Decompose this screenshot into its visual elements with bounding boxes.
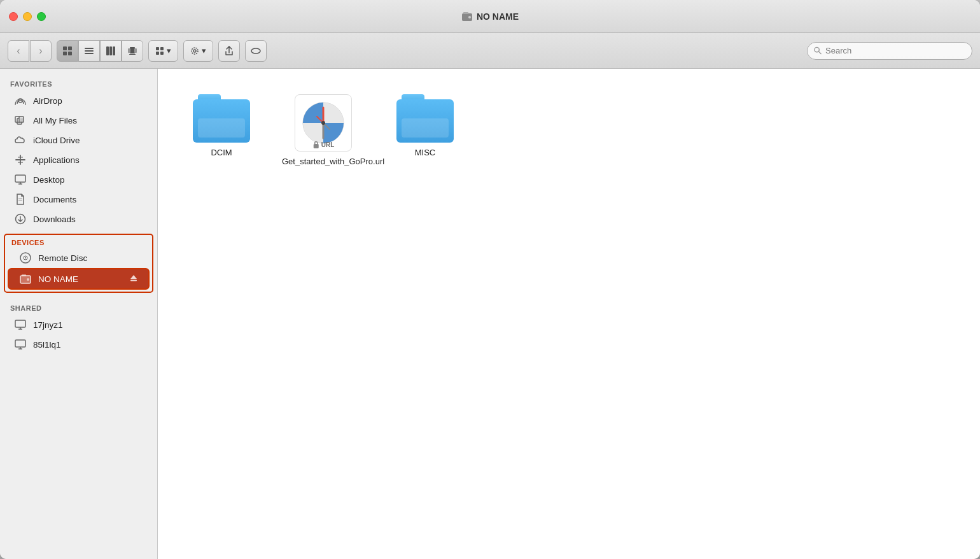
85l1lq1-label: 85l1lq1 — [33, 340, 61, 350]
sidebar-item-remote-disc[interactable]: Remote Disc — [9, 248, 148, 267]
search-input[interactable] — [825, 46, 965, 55]
icon-view-button[interactable] — [57, 40, 78, 62]
minimize-button[interactable] — [23, 12, 32, 21]
documents-icon — [14, 193, 27, 206]
svg-point-2 — [468, 16, 471, 18]
icloud-icon — [14, 134, 27, 146]
eject-button[interactable] — [129, 274, 138, 285]
svg-point-21 — [193, 50, 196, 52]
window-title-text: NO NAME — [477, 11, 519, 22]
svg-rect-7 — [85, 48, 94, 49]
applications-icon — [14, 153, 27, 166]
file-item-misc[interactable]: MISC — [381, 88, 470, 174]
svg-rect-17 — [156, 47, 159, 50]
svg-rect-32 — [15, 175, 25, 182]
remote-disc-icon — [19, 251, 32, 264]
column-view-button[interactable] — [100, 40, 122, 62]
traffic-lights — [9, 12, 46, 21]
downloads-label: Downloads — [33, 215, 76, 224]
svg-rect-49 — [15, 340, 25, 347]
lock-icon — [312, 141, 320, 148]
sidebar-item-documents[interactable]: Documents — [4, 190, 153, 209]
window-title: NO NAME — [461, 11, 519, 22]
svg-rect-19 — [156, 52, 159, 55]
svg-rect-1 — [463, 12, 468, 14]
list-view-button[interactable] — [78, 40, 100, 62]
group-dropdown[interactable]: ▾ — [148, 40, 178, 62]
view-buttons — [57, 40, 143, 62]
no-name-label: NO NAME — [38, 274, 78, 284]
share-button[interactable] — [218, 40, 240, 62]
forward-icon: › — [39, 45, 42, 57]
safari-compass-icon — [302, 101, 345, 145]
svg-rect-14 — [128, 48, 130, 53]
back-button[interactable]: ‹ — [8, 40, 29, 62]
svg-rect-9 — [85, 53, 94, 54]
folder-misc-icon — [396, 94, 454, 143]
nav-buttons: ‹ › — [8, 40, 52, 62]
all-files-icon — [14, 114, 27, 127]
icloud-label: iCloud Drive — [33, 136, 80, 145]
airdrop-label: AirDrop — [33, 96, 62, 106]
sidebar-item-desktop[interactable]: Desktop — [4, 170, 153, 189]
content-area: DCIM — [158, 69, 980, 559]
monitor-17jnyz1-icon — [14, 318, 27, 331]
17jnyz1-label: 17jnyz1 — [33, 320, 63, 330]
coverflow-view-button[interactable] — [122, 40, 143, 62]
sidebar-item-all-my-files[interactable]: All My Files — [4, 111, 153, 130]
svg-point-40 — [25, 257, 26, 258]
svg-rect-42 — [22, 274, 26, 276]
list-icon — [84, 46, 94, 56]
sidebar-item-17jnyz1[interactable]: 17jnyz1 — [4, 315, 153, 334]
svg-rect-11 — [109, 46, 112, 55]
devices-header: Devices — [5, 236, 152, 248]
file-item-dcim[interactable]: DCIM — [177, 88, 266, 174]
desktop-label: Desktop — [33, 175, 65, 185]
folder-dcim-icon — [193, 94, 250, 143]
svg-point-22 — [192, 48, 198, 54]
shared-header: Shared — [0, 298, 157, 315]
chevron-down-icon: ▾ — [167, 46, 171, 55]
devices-section: Devices Remote Disc — [4, 234, 153, 293]
search-icon — [814, 46, 822, 55]
file-item-get-started[interactable]: URL Get_started_with_GoPro.url — [279, 88, 368, 174]
back-icon: ‹ — [17, 45, 20, 57]
main-content: Favorites AirDrop — [0, 69, 980, 559]
sidebar-item-icloud[interactable]: iCloud Drive — [4, 131, 153, 150]
gear-chevron-icon: ▾ — [202, 46, 206, 55]
close-button[interactable] — [9, 12, 18, 21]
svg-point-23 — [251, 48, 260, 53]
search-box[interactable] — [807, 42, 972, 60]
tag-button[interactable] — [245, 40, 267, 62]
sidebar: Favorites AirDrop — [0, 69, 158, 559]
url-file-icon: URL — [295, 94, 352, 152]
sidebar-item-applications[interactable]: Applications — [4, 150, 153, 169]
sidebar-item-85l1lq1[interactable]: 85l1lq1 — [4, 335, 153, 354]
svg-rect-16 — [129, 54, 136, 55]
sidebar-item-airdrop[interactable]: AirDrop — [4, 91, 153, 110]
all-my-files-label: All My Files — [33, 116, 77, 125]
maximize-button[interactable] — [37, 12, 46, 21]
svg-rect-3 — [63, 46, 67, 50]
svg-rect-15 — [134, 48, 137, 53]
tag-icon — [250, 45, 262, 57]
svg-rect-12 — [113, 46, 115, 55]
svg-rect-45 — [130, 280, 137, 281]
column-icon — [106, 46, 116, 56]
sidebar-item-no-name[interactable]: NO NAME — [8, 268, 150, 290]
url-text: URL — [321, 141, 335, 148]
forward-button[interactable]: › — [30, 40, 52, 62]
sidebar-item-downloads[interactable]: Downloads — [4, 209, 153, 229]
finder-window: NO NAME ‹ › — [0, 0, 980, 559]
url-badge: URL — [312, 141, 335, 148]
svg-point-58 — [321, 121, 325, 125]
downloads-icon — [14, 213, 27, 225]
svg-rect-6 — [68, 52, 72, 55]
drive-title-icon — [461, 11, 473, 22]
gear-icon — [190, 46, 199, 55]
svg-rect-8 — [85, 50, 94, 52]
arrange-dropdown[interactable]: ▾ — [183, 40, 213, 62]
favorites-header: Favorites — [0, 74, 157, 90]
file-grid: DCIM — [171, 81, 967, 180]
toolbar: ‹ › — [0, 33, 980, 69]
